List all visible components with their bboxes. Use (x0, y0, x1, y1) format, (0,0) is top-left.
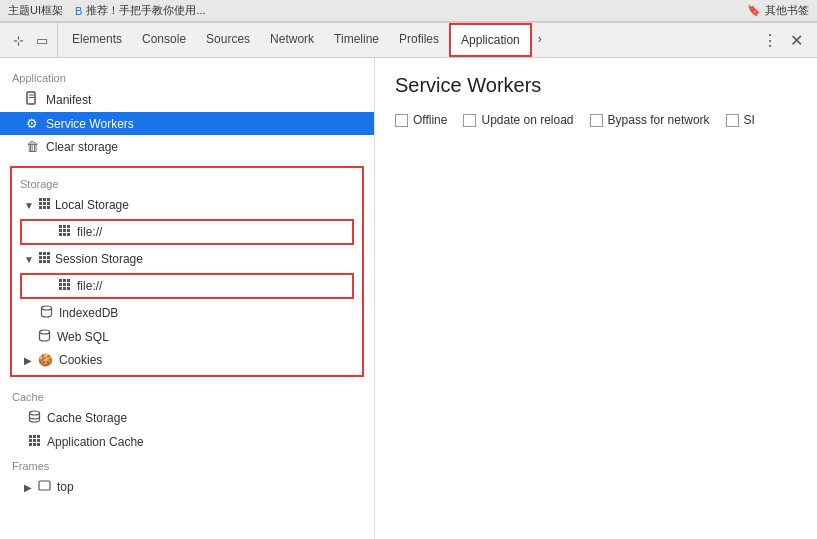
svg-rect-35 (67, 283, 70, 286)
svg-rect-24 (39, 256, 42, 259)
tab-application[interactable]: Application (449, 23, 532, 57)
session-storage-label: Session Storage (55, 252, 143, 266)
svg-rect-5 (47, 198, 50, 201)
session-storage-sub-icon (58, 278, 71, 294)
nav-icons-group: ⊹ ▭ (4, 23, 58, 57)
device-toggle-button[interactable]: ▭ (33, 31, 51, 50)
frames-section-title: Frames (0, 454, 374, 475)
svg-rect-49 (33, 443, 36, 446)
clear-storage-label: Clear storage (46, 140, 118, 154)
clear-storage-icon: 🗑 (24, 139, 40, 154)
svg-rect-10 (43, 206, 46, 209)
svg-rect-21 (39, 252, 42, 255)
svg-rect-14 (67, 225, 70, 228)
session-storage-file-item[interactable]: file:// (20, 273, 354, 299)
indexeddb-label: IndexedDB (59, 306, 118, 320)
storage-section: Storage ▼ Local Storage file:// (10, 166, 364, 377)
tab-timeline-label: Timeline (334, 32, 379, 46)
svg-rect-48 (29, 443, 32, 446)
svg-rect-42 (29, 435, 32, 438)
sidebar-item-indexeddb[interactable]: ▶ IndexedDB (12, 301, 362, 325)
local-storage-sub-icon (58, 224, 71, 240)
tab-profiles-label: Profiles (399, 32, 439, 46)
tab-more[interactable]: › (532, 23, 548, 57)
tab-console-label: Console (142, 32, 186, 46)
application-section-title: Application (0, 66, 374, 87)
tab-label-2[interactable]: 推荐！手把手教你使用... (86, 3, 205, 18)
sidebar-item-service-workers[interactable]: ⚙ Service Workers (0, 112, 374, 135)
svg-rect-23 (47, 252, 50, 255)
update-on-reload-label: Update on reload (481, 113, 573, 127)
cache-storage-icon (28, 410, 41, 426)
svg-rect-36 (59, 287, 62, 290)
cache-section: Cache Cache Storage Application Cache (0, 385, 374, 454)
websql-label: Web SQL (57, 330, 109, 344)
si-label: SI (744, 113, 755, 127)
offline-option[interactable]: Offline (395, 113, 447, 127)
tab-application-label: Application (461, 33, 520, 47)
svg-rect-28 (43, 260, 46, 263)
sidebar-item-clear-storage[interactable]: 🗑 Clear storage (0, 135, 374, 158)
si-checkbox[interactable] (726, 114, 739, 127)
other-bookmarks-label[interactable]: 其他书签 (765, 3, 809, 18)
indexeddb-icon (40, 305, 53, 321)
svg-rect-29 (47, 260, 50, 263)
local-storage-group[interactable]: ▼ Local Storage (12, 193, 362, 217)
tab-profiles[interactable]: Profiles (389, 23, 449, 57)
svg-rect-19 (63, 233, 66, 236)
update-on-reload-option[interactable]: Update on reload (463, 113, 573, 127)
manifest-icon (24, 91, 40, 108)
main-content: Service Workers Offline Update on reload… (375, 58, 817, 539)
svg-rect-46 (33, 439, 36, 442)
tab-network[interactable]: Network (260, 23, 324, 57)
main-panel-title: Service Workers (395, 74, 797, 97)
sidebar-item-cookies[interactable]: ▶ 🍪 Cookies (12, 349, 362, 371)
cookies-triangle: ▶ (24, 355, 32, 366)
tab-timeline[interactable]: Timeline (324, 23, 389, 57)
bookmark-icon: 🔖 (747, 4, 761, 17)
svg-rect-43 (33, 435, 36, 438)
close-devtools-button[interactable]: ✕ (786, 29, 807, 52)
websql-icon (38, 329, 51, 345)
svg-point-40 (40, 330, 50, 334)
svg-point-41 (30, 411, 40, 415)
svg-rect-20 (67, 233, 70, 236)
storage-section-title: Storage (12, 172, 362, 193)
more-options-button[interactable]: ⋮ (758, 29, 782, 52)
devtools-nav: ⊹ ▭ Elements Console Sources Network Tim… (0, 23, 817, 58)
local-storage-file-item[interactable]: file:// (20, 219, 354, 245)
local-storage-triangle: ▼ (24, 200, 34, 211)
svg-rect-37 (63, 287, 66, 290)
session-storage-grid-icon (38, 251, 51, 267)
sidebar-item-manifest[interactable]: Manifest (0, 87, 374, 112)
devtools-container: ⊹ ▭ Elements Console Sources Network Tim… (0, 22, 817, 539)
si-option[interactable]: SI (726, 113, 755, 127)
svg-rect-11 (47, 206, 50, 209)
bypass-for-network-option[interactable]: Bypass for network (590, 113, 710, 127)
top-triangle: ▶ (24, 482, 32, 493)
session-storage-triangle: ▼ (24, 254, 34, 265)
offline-checkbox[interactable] (395, 114, 408, 127)
svg-rect-7 (43, 202, 46, 205)
svg-point-39 (42, 306, 52, 310)
cache-storage-label: Cache Storage (47, 411, 127, 425)
bypass-for-network-checkbox[interactable] (590, 114, 603, 127)
svg-rect-26 (47, 256, 50, 259)
cursor-tool-button[interactable]: ⊹ (10, 31, 27, 50)
tab-elements[interactable]: Elements (62, 23, 132, 57)
tab-label-1[interactable]: 主题UI框架 (8, 3, 63, 18)
tab-sources[interactable]: Sources (196, 23, 260, 57)
svg-rect-15 (59, 229, 62, 232)
svg-rect-45 (29, 439, 32, 442)
sidebar-item-top[interactable]: ▶ top (0, 475, 374, 499)
session-storage-sub-label: file:// (77, 279, 102, 293)
svg-rect-22 (43, 252, 46, 255)
update-on-reload-checkbox[interactable] (463, 114, 476, 127)
tab-console[interactable]: Console (132, 23, 196, 57)
sidebar-item-websql[interactable]: Web SQL (12, 325, 362, 349)
sidebar-item-app-cache[interactable]: Application Cache (0, 430, 374, 454)
session-storage-group[interactable]: ▼ Session Storage (12, 247, 362, 271)
svg-rect-16 (63, 229, 66, 232)
sidebar-item-cache-storage[interactable]: Cache Storage (0, 406, 374, 430)
local-storage-sub-label: file:// (77, 225, 102, 239)
